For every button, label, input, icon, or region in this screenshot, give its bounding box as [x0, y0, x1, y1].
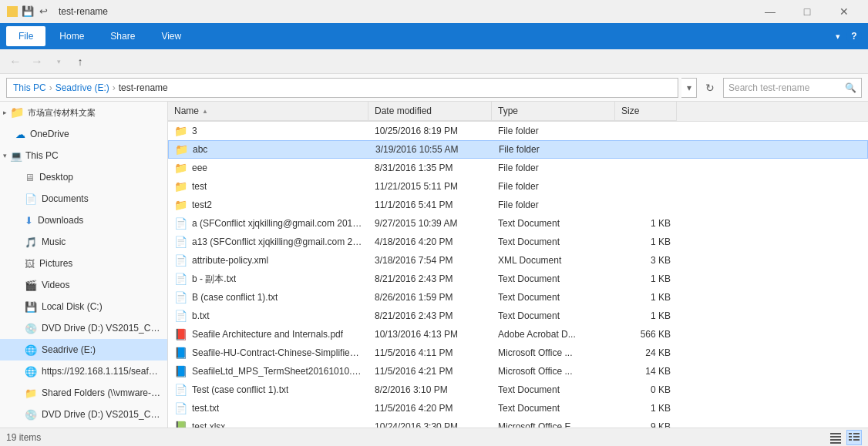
tab-home[interactable]: Home [47, 26, 96, 46]
col-header-date[interactable]: Date modified [368, 102, 492, 121]
sidebar-item-pictures[interactable]: 🖼 Pictures [0, 253, 167, 274]
file-name: a13 (SFConflict xjqkilling@gmail.com 20.… [192, 236, 362, 247]
col-header-name[interactable]: Name ▲ [168, 102, 368, 121]
file-row[interactable]: 📄 a (SFConflict xjqkilling@gmail.com 201… [168, 214, 868, 233]
svg-rect-10 [849, 436, 852, 438]
close-button[interactable]: ✕ [826, 0, 862, 23]
file-row[interactable]: 📄 B (case conflict 1).txt 8/26/2016 1:59… [168, 288, 868, 307]
folder-icon: 📁 [10, 106, 25, 119]
file-row[interactable]: 📄 a13 (SFConflict xjqkilling@gmail.com 2… [168, 233, 868, 251]
file-row[interactable]: 📁 eee 8/31/2016 1:35 PM File folder [168, 159, 868, 177]
file-name: Test (case conflict 1).txt [192, 384, 288, 395]
file-name: test.txt [192, 403, 219, 414]
sidebar-item-quick-access-folder[interactable]: ▸ 📁 市场宣传材料文案 [0, 102, 167, 123]
file-icon: 📄 [174, 273, 187, 285]
file-row[interactable]: 📄 attribute-policy.xml 3/18/2016 7:54 PM… [168, 251, 868, 270]
file-date-cell: 3/18/2016 7:54 PM [368, 251, 492, 270]
sidebar-item-documents[interactable]: 📄 Documents [0, 188, 167, 210]
sidebar-item-videos[interactable]: 🎬 Videos [0, 274, 167, 296]
tab-view[interactable]: View [149, 26, 193, 46]
file-name-cell: 📁 3 [168, 122, 368, 140]
col-header-size[interactable]: Size [615, 102, 677, 121]
sidebar-item-downloads[interactable]: ⬇ Downloads [0, 210, 167, 231]
file-size-cell: 3 KB [615, 251, 677, 270]
address-path[interactable]: This PC › Seadrive (E:) › test-rename [6, 78, 678, 98]
file-name: B (case conflict 1).txt [192, 292, 278, 303]
list-view-button[interactable] [828, 430, 843, 445]
file-name: a (SFConflict xjqkilling@gmail.com 2015-… [192, 218, 362, 229]
file-name-cell: 📄 b.txt [168, 307, 368, 325]
sidebar: ▸ 📁 市场宣传材料文案 ☁ OneDrive ▾ 💻 This PC 🖥 De… [0, 102, 168, 428]
file-row[interactable]: 📄 b - 副本.txt 8/21/2016 2:43 PM Text Docu… [168, 270, 868, 288]
file-row[interactable]: 📕 Seafile Architecture and Internals.pdf… [168, 325, 868, 344]
file-icon: 📘 [174, 347, 187, 359]
search-icon[interactable]: 🔍 [845, 82, 856, 93]
sidebar-item-desktop[interactable]: 🖥 Desktop [0, 166, 167, 188]
file-row[interactable]: 📘 Seafile-HU-Contract-Chinese-Simplified… [168, 344, 868, 362]
svg-rect-13 [853, 439, 860, 441]
detail-view-button[interactable] [846, 430, 862, 445]
file-icon: 📄 [174, 384, 187, 396]
forward-button[interactable]: → [28, 52, 46, 71]
tab-share[interactable]: Share [98, 26, 147, 46]
shared-icon: 📁 [25, 387, 37, 399]
main-layout: ▸ 📁 市场宣传材料文案 ☁ OneDrive ▾ 💻 This PC 🖥 De… [0, 102, 868, 428]
svg-rect-1 [12, 6, 18, 12]
file-size-cell: 24 KB [615, 344, 677, 362]
sidebar-item-shared[interactable]: 📁 Shared Folders (\\vmware-ho... [0, 382, 167, 404]
ribbon-expand-btn[interactable]: ▾ [836, 32, 840, 42]
address-dropdown[interactable]: ▾ [681, 78, 697, 98]
recent-locations-button[interactable]: ▾ [49, 52, 68, 71]
sidebar-item-seadrive[interactable]: 🌐 Seadrive (E:) [0, 339, 167, 360]
file-type-cell: Text Document [492, 307, 615, 325]
sidebar-item-dvd[interactable]: 💿 DVD Drive (D:) VS2015_COM_... [0, 317, 167, 339]
file-row[interactable]: 📁 3 10/25/2016 8:19 PM File folder [168, 122, 868, 140]
file-name-cell: 📄 B (case conflict 1).txt [168, 288, 368, 307]
file-date-cell: 4/18/2016 4:20 PM [368, 233, 492, 251]
file-date-cell: 8/31/2016 1:35 PM [368, 159, 492, 177]
sidebar-item-localdisk[interactable]: 💾 Local Disk (C:) [0, 296, 167, 317]
breadcrumb-thispc[interactable]: This PC [13, 82, 46, 93]
file-icon: 📁 [174, 125, 187, 137]
up-button[interactable]: ↑ [71, 52, 89, 71]
col-header-type[interactable]: Type [492, 102, 615, 121]
search-box[interactable]: Search test-rename 🔍 [723, 78, 862, 98]
file-row[interactable]: 📁 test2 11/1/2016 5:41 PM File folder [168, 196, 868, 214]
undo-icon[interactable]: ↩ [37, 5, 49, 18]
file-row[interactable]: 📘 SeafileLtd_MPS_TermSheet20161010.docx … [168, 362, 868, 381]
file-date-cell: 10/13/2016 4:13 PM [368, 325, 492, 344]
file-date-cell: 8/26/2016 1:59 PM [368, 288, 492, 307]
sidebar-item-onedrive[interactable]: ☁ OneDrive [0, 123, 167, 145]
file-date-cell: 11/5/2016 4:21 PM [368, 362, 492, 381]
back-button[interactable]: ← [6, 52, 25, 71]
titlebar-icons: 💾 ↩ [6, 5, 49, 18]
sidebar-item-thispc[interactable]: ▾ 💻 This PC [0, 145, 167, 166]
file-type-cell: File folder [492, 122, 615, 140]
file-name: Seafile-HU-Contract-Chinese-Simplified-.… [192, 347, 362, 358]
file-row[interactable]: 📁 abc 3/19/2016 10:55 AM File folder [168, 140, 868, 159]
file-row[interactable]: 📗 test.xlsx 10/24/2016 3:30 PM Microsoft… [168, 417, 868, 428]
item-count: 19 items [6, 432, 41, 443]
svg-rect-8 [849, 433, 852, 434]
help-button[interactable]: ? [846, 29, 862, 44]
file-row[interactable]: 📄 test.txt 11/5/2016 4:20 PM Text Docume… [168, 399, 868, 417]
sidebar-item-dvd2[interactable]: 💿 DVD Drive (D:) VS2015_COM_E... [0, 404, 167, 425]
file-size-cell: 1 KB [615, 233, 677, 251]
sidebar-item-network[interactable]: ▸ 🌐 Network [0, 425, 167, 428]
save-icon[interactable]: 💾 [22, 5, 34, 18]
file-icon: 📄 [174, 310, 187, 322]
sidebar-item-seafile-url[interactable]: 🌐 https://192.168.1.115/seafda... [0, 360, 167, 382]
minimize-button[interactable]: — [752, 0, 788, 23]
breadcrumb-seadrive[interactable]: Seadrive (E:) [56, 82, 109, 93]
file-name-cell: 📄 test.txt [168, 399, 368, 417]
maximize-button[interactable]: □ [789, 0, 825, 23]
refresh-button[interactable]: ↻ [700, 78, 720, 98]
file-row[interactable]: 📄 Test (case conflict 1).txt 8/2/2016 3:… [168, 381, 868, 399]
file-row[interactable]: 📄 b.txt 8/21/2016 2:43 PM Text Document … [168, 307, 868, 325]
desktop-icon: 🖥 [25, 172, 35, 183]
tab-file[interactable]: File [6, 26, 45, 46]
sidebar-item-music[interactable]: 🎵 Music [0, 231, 167, 253]
downloads-icon: ⬇ [25, 215, 33, 226]
file-icon: 📁 [174, 162, 187, 174]
file-row[interactable]: 📁 test 11/21/2015 5:11 PM File folder [168, 177, 868, 196]
